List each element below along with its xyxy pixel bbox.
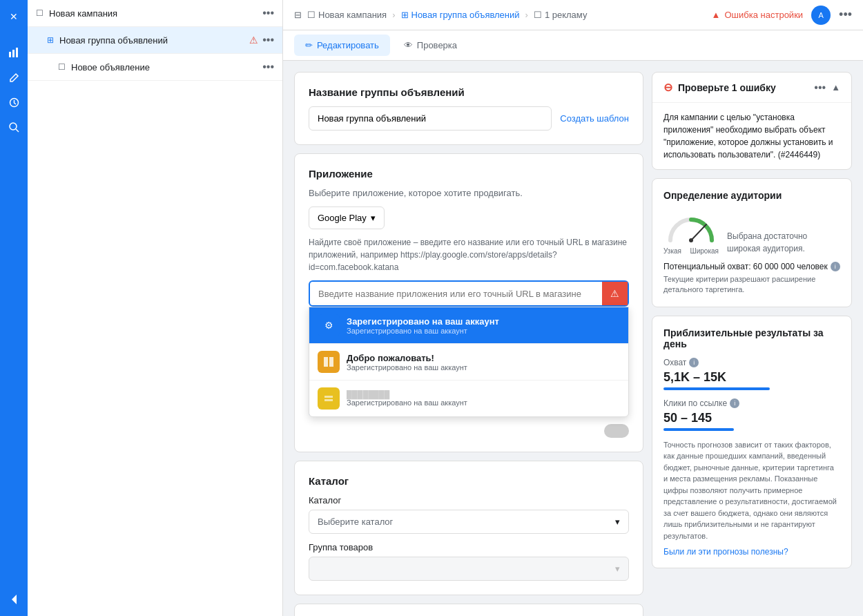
gauge-narrow-label: Узкая [663,247,681,255]
error-badge: ▲ Ошибка настройки [712,10,803,20]
avatar-letter: A [818,11,823,19]
app-section-title: Приложение [309,168,629,180]
gauge-wide-label: Широкая [690,247,719,255]
ad-more-icon[interactable]: ••• [262,61,274,73]
results-feedback-link[interactable]: Были ли эти прогнозы полезны? [663,547,840,557]
svg-point-12 [689,238,693,242]
dropdown-item-2[interactable]: Добро пожаловать! Зарегистрировано на ва… [309,344,628,381]
reach-metric: Охват i 5,1K – 15K [663,358,840,390]
clicks-metric-value: 50 – 145 [663,411,840,425]
catalog-chevron-icon: ▾ [615,517,620,527]
reach-info-icon[interactable]: i [831,262,840,271]
ad-folder-icon2: ☐ [534,10,542,20]
app-icon-2 [322,355,336,369]
gear-icon: ⚙ [324,320,333,331]
dropdown-item-3[interactable]: ████████ Зарегистрировано на ваш аккаунт [309,381,628,416]
svg-rect-0 [9,52,11,57]
adgroup-name-section: Название группы объявлений Создать шабло… [294,72,643,145]
breadcrumb-campaign[interactable]: ☐ Новая кампания [307,10,387,20]
content-area: Название группы объявлений Создать шабло… [283,61,863,616]
advantage-toggle[interactable] [604,424,629,438]
reach-info: Потенциальный охват: 60 000 000 человек … [663,262,840,271]
top-bar-right: ▲ Ошибка настройки A ••• [712,6,852,25]
results-title: Приблизительные результаты за день [663,327,840,349]
adgroup-name-input[interactable] [309,106,552,131]
ad-folder-icon: ☐ [58,62,66,72]
clock-icon-btn[interactable] [3,91,25,113]
chart-icon-btn[interactable] [3,41,25,64]
svg-point-4 [10,123,17,130]
edit-icon-btn[interactable] [3,66,25,88]
adgroup-label: Новая группа объявлений [59,35,249,46]
dropdown-item-1-name: Зарегистрировано на ваш аккаунт [347,316,499,327]
campaign-label: Новая кампания [49,8,262,19]
dropdown-item-1[interactable]: ⚙ Зарегистрировано на ваш аккаунт Зареги… [309,307,628,344]
app-icon-3 [322,392,336,405]
svg-rect-10 [324,399,333,401]
reach-metric-info-icon[interactable]: i [689,358,699,367]
error-body-text: Для кампании с целью "установка приложен… [663,113,833,160]
breadcrumb-adgroup[interactable]: ⊞ Новая группа объявлений [401,10,520,20]
dropdown-item-3-sub: Зарегистрировано на ваш аккаунт [347,398,467,407]
right-panel: ⊖ Проверьте 1 ошибку ••• ▲ Для кампании … [652,72,852,605]
app-search-wrapper: ⚠ [309,280,629,307]
error-more-icon[interactable]: ••• [814,81,826,94]
campaign-more-icon[interactable]: ••• [262,7,274,19]
clicks-metric-info-icon[interactable]: i [730,398,739,408]
search-icon [9,122,19,133]
catalog-title: Каталог [309,475,629,487]
catalog-label: Каталог [309,495,629,506]
avatar[interactable]: A [811,6,831,25]
sidebar-item-ad[interactable]: ☐ Новое объявление ••• [28,54,282,81]
dropdown-item-3-name: ████████ [347,390,467,398]
catalog-select[interactable]: Выберите каталог ▾ [309,510,629,534]
svg-rect-1 [12,50,14,57]
product-group-chevron-icon: ▾ [615,564,620,574]
layout-icon: ⊟ [294,10,302,20]
campaign-tree-sidebar: ☐ Новая кампания ••• ⊞ Новая группа объя… [28,0,283,616]
main-content: ⊟ ☐ Новая кампания › ⊞ Новая группа объя… [283,0,863,616]
dropdown-item-3-text: ████████ Зарегистрировано на ваш аккаунт [347,390,467,407]
arrow-left-icon [10,593,18,606]
product-group-select[interactable]: ▾ [309,557,629,581]
error-header-actions: ••• ▲ [814,81,840,94]
close-icon: ✕ [10,11,18,22]
catalog-field-group: Каталог Выберите каталог ▾ [309,495,629,534]
adgroup-more-icon[interactable]: ••• [262,34,274,46]
dropdown-item-1-icon: ⚙ [318,314,340,336]
budget-section: Бюджет и график Бюджет Дневной бюджет ▾ … [294,604,643,616]
results-card: Приблизительные результаты за день Охват… [652,316,852,569]
app-search-input[interactable] [310,282,602,305]
dropdown-item-2-sub: Зарегистрировано на ваш аккаунт [347,363,467,372]
svg-rect-7 [329,357,333,367]
clock-icon [9,97,19,108]
app-store-dropdown[interactable]: Google Play ▾ [309,206,385,229]
search-warn-button[interactable]: ⚠ [602,282,628,305]
svg-rect-2 [16,48,18,57]
adgroup-grid-icon: ⊞ [47,35,54,45]
error-collapse-icon[interactable]: ▲ [831,82,840,93]
gauge-wrapper: Узкая Широкая [663,209,719,255]
review-tab-label: Проверка [417,40,457,50]
top-more-btn[interactable]: ••• [839,8,852,22]
app-search-container: ⚠ ⚙ Зарегистрировано на ваш [309,280,629,307]
tab-review[interactable]: 👁 Проверка [393,35,468,56]
clicks-progress-bar [663,428,734,431]
sidebar-item-campaign[interactable]: ☐ Новая кампания ••• [28,0,282,27]
tab-edit[interactable]: ✏ Редактировать [294,35,390,56]
adgroup-name-title: Название группы объявлений [309,86,629,98]
breadcrumb-ad: ☐ 1 рекламу [534,10,588,20]
arrow-left-icon-btn[interactable] [3,588,25,610]
search-icon-btn[interactable] [3,116,25,138]
gauge-container: Узкая Широкая Выбрана достаточно широкая… [663,209,840,255]
catalog-placeholder: Выберите каталог [318,517,393,527]
sidebar-item-adgroup[interactable]: ⊞ Новая группа объявлений ⚠ ••• [28,27,282,54]
breadcrumb: ⊟ ☐ Новая кампания › ⊞ Новая группа объя… [294,10,587,20]
google-play-label: Google Play [318,213,367,223]
warning-icon: ⚠ [249,35,258,46]
catalog-section: Каталог Каталог Выберите каталог ▾ Групп… [294,461,643,595]
dropdown-item-2-icon [318,351,340,373]
create-template-link[interactable]: Создать шаблон [560,113,629,124]
close-icon-btn[interactable]: ✕ [3,6,25,28]
error-title: ⊖ Проверьте 1 ошибку [663,81,776,94]
